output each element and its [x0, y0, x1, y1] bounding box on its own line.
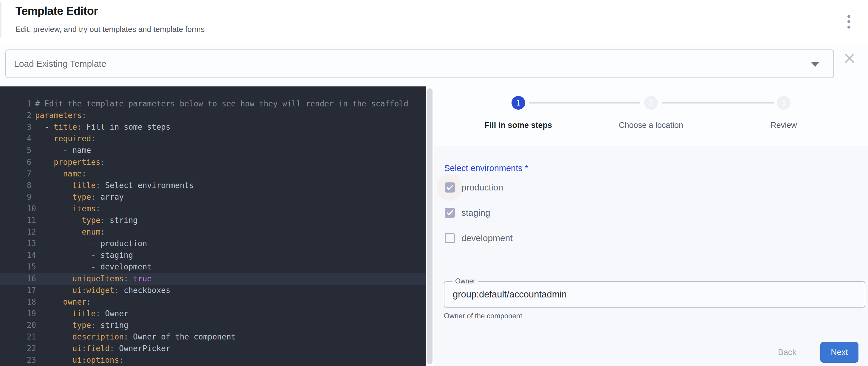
line-code: title: Select environments	[35, 181, 194, 190]
line-code: properties:	[35, 158, 105, 166]
step-label: Fill in some steps	[485, 121, 552, 130]
kebab-dot	[847, 20, 850, 23]
line-code: - production	[35, 239, 147, 248]
template-code-editor[interactable]: 1# Edit the template parameters below to…	[0, 86, 426, 366]
line-number: 21	[19, 331, 35, 343]
line-number: 11	[19, 215, 35, 226]
environments-label-text: Select environments	[444, 163, 523, 173]
line-number: 2	[19, 110, 35, 121]
line-code: description: Owner of the component	[35, 332, 236, 341]
editor-scrollbar[interactable]	[426, 86, 434, 366]
caret-down-icon	[811, 62, 820, 67]
environment-checkbox-label[interactable]: development	[461, 233, 513, 243]
line-code: type: string	[35, 216, 138, 225]
editor-line[interactable]: 1# Edit the template parameters below to…	[0, 86, 426, 98]
line-number: 3	[19, 121, 35, 133]
environment-checkbox[interactable]	[445, 182, 455, 192]
owner-field	[444, 281, 865, 308]
checkmark-icon	[445, 209, 454, 217]
line-number: 12	[19, 226, 35, 238]
line-number: 9	[19, 191, 35, 203]
line-number: 6	[19, 156, 35, 168]
stepper-step-2: 2 Choose a location	[585, 86, 717, 146]
environment-checkbox-label[interactable]: staging	[461, 208, 490, 218]
environment-option-row: production	[434, 182, 643, 209]
stepper-step-1: 1 Fill in some steps	[452, 86, 585, 146]
editor-scrollbar-thumb[interactable]	[427, 88, 433, 364]
line-number: 16	[19, 273, 35, 285]
line-number: 18	[19, 296, 35, 308]
line-number: 19	[19, 308, 35, 319]
line-number: 15	[19, 261, 35, 273]
line-code: # Edit the template parameters below to …	[35, 99, 408, 108]
environment-checkbox[interactable]	[445, 233, 455, 243]
kebab-dot	[847, 15, 850, 18]
line-code: name:	[35, 169, 87, 178]
line-code: ui:field: OwnerPicker	[35, 344, 170, 353]
line-code: required:	[35, 134, 96, 143]
line-code: type: array	[35, 192, 124, 202]
stepper: 1 Fill in some steps 2 Choose a location…	[434, 86, 868, 146]
line-number: 7	[19, 168, 35, 180]
line-number: 20	[19, 319, 35, 331]
step-circle: 2	[644, 96, 658, 110]
line-number: 8	[19, 180, 35, 191]
environment-checkbox[interactable]	[445, 208, 455, 218]
environment-option-row: development	[434, 233, 643, 259]
line-code: uniqueItems: true	[35, 274, 152, 283]
line-number: 13	[19, 238, 35, 249]
kebab-menu-icon[interactable]	[846, 15, 852, 29]
line-code: - title: Fill in some steps	[35, 122, 170, 131]
line-code: type: string	[35, 321, 128, 330]
step-form-panel: Select environments * production staging…	[434, 146, 868, 366]
page-header: Template Editor Edit, preview, and try o…	[0, 0, 868, 43]
step-circle: 3	[777, 96, 790, 110]
step-label: Choose a location	[619, 121, 683, 130]
load-existing-template-select[interactable]: Load Existing Template	[5, 50, 834, 78]
next-button[interactable]: Next	[820, 342, 859, 363]
owner-helper-text: Owner of the component	[444, 312, 522, 320]
kebab-dot	[847, 26, 850, 29]
stepper-step-3: 3 Review	[717, 86, 850, 146]
line-code: ui:options:	[35, 356, 124, 365]
step-circle: 1	[512, 96, 525, 110]
page-title: Template Editor	[16, 5, 98, 18]
line-code: parameters:	[35, 111, 87, 120]
line-number: 17	[19, 285, 35, 296]
line-code: enum:	[35, 227, 105, 236]
checkmark-icon	[445, 183, 454, 192]
owner-field-label: Owner	[453, 277, 478, 285]
environments-group-label: Select environments *	[444, 163, 528, 173]
line-number: 5	[19, 145, 35, 156]
line-number: 14	[19, 249, 35, 261]
back-button[interactable]: Back	[771, 342, 804, 363]
line-number: 22	[19, 343, 35, 355]
step-label: Review	[771, 121, 797, 130]
template-preview-panel: 1 Fill in some steps 2 Choose a location…	[434, 86, 868, 366]
template-selector-row: Load Existing Template	[0, 44, 868, 86]
environment-checkbox-label[interactable]: production	[461, 182, 503, 192]
line-code: items:	[35, 204, 100, 213]
page-subtitle: Edit, preview, and try out templates and…	[16, 25, 205, 34]
line-code: title: Owner	[35, 309, 128, 318]
close-icon[interactable]	[844, 53, 855, 64]
required-marker: *	[523, 163, 528, 173]
select-placeholder: Load Existing Template	[14, 50, 106, 78]
step-connector	[662, 102, 774, 103]
left-scrollbar-thumb[interactable]	[0, 2, 1, 37]
line-code: - staging	[35, 251, 133, 260]
line-code: - name	[35, 146, 91, 155]
owner-input[interactable]	[453, 282, 855, 306]
line-code: owner:	[35, 298, 91, 306]
line-code: - development	[35, 262, 152, 271]
line-number: 1	[19, 98, 35, 110]
line-number: 10	[19, 203, 35, 215]
line-number: 4	[19, 133, 35, 145]
environment-option-row: staging	[434, 208, 643, 234]
line-code: ui:widget: checkboxes	[35, 286, 170, 295]
line-number: 23	[19, 355, 35, 366]
step-connector	[529, 102, 640, 103]
